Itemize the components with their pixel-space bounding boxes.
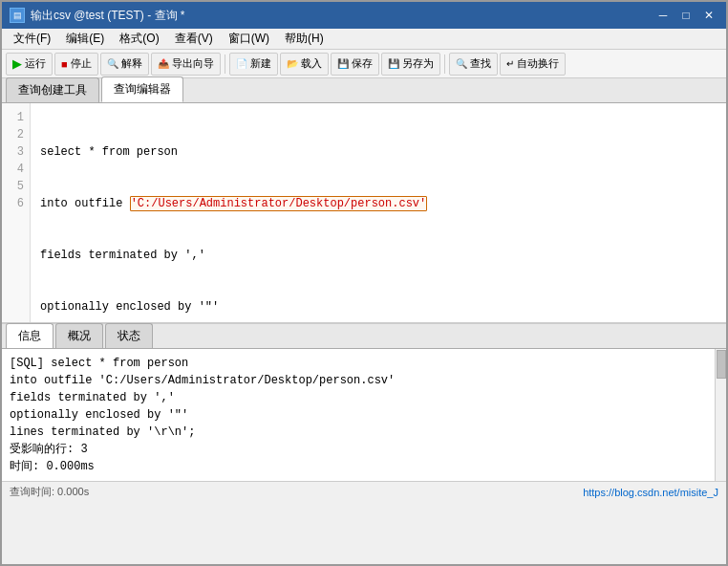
new-icon: 📄 [236,58,247,69]
line-num-1: 1 [2,109,30,126]
tab-query-editor[interactable]: 查询编辑器 [101,76,183,102]
line-num-6: 6 [2,195,30,212]
status-bar: 查询时间: 0.000s https://blog.csdn.net/misit… [2,481,726,502]
code-line-2: into outfile 'C:/Users/Administrator/Des… [40,195,717,212]
tab-status[interactable]: 状态 [105,323,153,348]
separator-1 [225,54,225,74]
line-numbers: 1 2 3 4 5 6 [2,103,31,322]
separator-2 [444,54,445,74]
editor-tab-bar: 查询创建工具 查询编辑器 [2,78,726,103]
save-as-label: 另存为 [402,56,434,71]
save-icon: 💾 [337,58,349,69]
save-as-button[interactable]: 💾 另存为 [381,53,440,76]
find-button[interactable]: 🔍 查找 [449,53,498,76]
explain-button[interactable]: 🔍 解释 [100,53,149,76]
code-line-3: fields terminated by ',' [40,247,717,264]
line-num-2: 2 [2,126,30,143]
save-label: 保存 [352,56,373,71]
menu-window[interactable]: 窗口(W) [221,29,277,49]
window-title: 输出csv @test (TEST) - 查询 * [31,8,185,24]
menu-bar: 文件(F) 编辑(E) 格式(O) 查看(V) 窗口(W) 帮助(H) [2,29,726,50]
info-panel: 信息 概况 状态 [SQL] select * from person into… [2,323,726,481]
run-button[interactable]: ▶ 运行 [6,53,53,76]
load-label: 载入 [301,56,322,71]
tab-query-builder[interactable]: 查询创建工具 [6,77,99,102]
stop-label: 停止 [71,56,92,71]
title-bar: ▤ 输出csv @test (TEST) - 查询 * ─ □ ✕ [2,2,726,29]
scrollbar-track[interactable] [715,349,726,481]
info-content[interactable]: [SQL] select * from person into outfile … [2,349,726,481]
code-line-1: select * from person [40,143,717,161]
explain-label: 解释 [121,56,142,71]
wrap-icon: ↵ [506,58,514,69]
app-icon: ▤ [10,8,25,23]
tab-info[interactable]: 信息 [6,323,54,348]
new-label: 新建 [250,56,271,71]
word-wrap-button[interactable]: ↵ 自动换行 [500,53,566,76]
tab-profile[interactable]: 概况 [55,323,103,348]
load-button[interactable]: 📂 载入 [280,53,329,76]
save-button[interactable]: 💾 保存 [331,53,379,76]
find-icon: 🔍 [456,58,467,69]
stop-button[interactable]: ■ 停止 [54,53,98,76]
info-tab-bar: 信息 概况 状态 [2,324,726,349]
query-time: 查询时间: 0.000s [10,485,89,499]
line-num-3: 3 [2,143,30,161]
find-label: 查找 [470,56,491,71]
minimize-button[interactable]: ─ [653,7,673,24]
run-label: 运行 [25,56,46,71]
menu-file[interactable]: 文件(F) [6,29,58,49]
line-num-4: 4 [2,161,30,178]
export-label: 导出向导 [172,56,214,71]
save-as-icon: 💾 [388,58,399,69]
stop-icon: ■ [61,58,68,70]
run-icon: ▶ [12,56,22,71]
code-editor[interactable]: 1 2 3 4 5 6 select * from person into ou… [2,103,726,323]
menu-view[interactable]: 查看(V) [167,29,221,49]
scrollbar-thumb[interactable] [717,350,726,379]
window-controls: ─ □ ✕ [653,7,718,24]
info-text: [SQL] select * from person into outfile … [10,355,718,475]
file-path-highlight: 'C:/Users/Administrator/Desktop/person.c… [130,196,428,211]
load-icon: 📂 [287,58,298,69]
close-button[interactable]: ✕ [699,7,718,24]
menu-format[interactable]: 格式(O) [112,29,166,49]
line-num-5: 5 [2,178,30,195]
code-line-4: optionally enclosed by '"' [40,298,717,316]
website-link: https://blog.csdn.net/misite_J [583,487,718,498]
menu-help[interactable]: 帮助(H) [277,29,332,49]
new-button[interactable]: 📄 新建 [229,53,278,76]
export-wizard-button[interactable]: 📤 导出向导 [151,53,221,76]
menu-edit[interactable]: 编辑(E) [58,29,112,49]
code-content[interactable]: select * from person into outfile 'C:/Us… [31,103,726,322]
toolbar: ▶ 运行 ■ 停止 🔍 解释 📤 导出向导 📄 新建 📂 载入 💾 保存 💾 另… [2,50,726,78]
explain-icon: 🔍 [107,58,118,69]
wrap-label: 自动换行 [517,56,559,71]
maximize-button[interactable]: □ [676,7,696,24]
export-icon: 📤 [158,58,169,69]
title-bar-left: ▤ 输出csv @test (TEST) - 查询 * [10,8,185,24]
